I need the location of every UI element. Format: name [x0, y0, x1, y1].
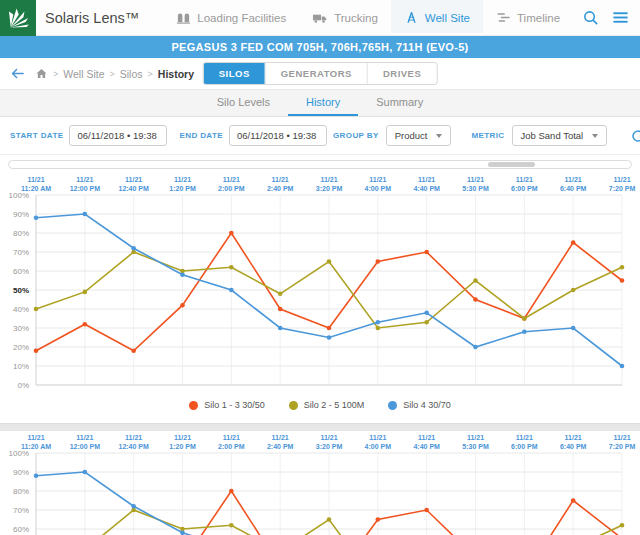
svg-text:80%: 80% [13, 487, 29, 496]
end-date-label: END DATE [179, 131, 223, 140]
start-date-label: START DATE [10, 131, 63, 140]
svg-text:70%: 70% [13, 248, 29, 257]
svg-text:60%: 60% [13, 267, 29, 276]
svg-text:11/21: 11/21 [418, 434, 435, 441]
svg-text:11/21: 11/21 [613, 176, 630, 183]
nav-label: Loading Facilities [197, 12, 286, 24]
app-title: Solaris Lens™ [45, 10, 139, 26]
silos-subtabs: Silo Levels History Summary [0, 90, 640, 117]
start-date-input[interactable] [69, 125, 167, 146]
legend-label: Silo 1 - 3 30/50 [204, 400, 265, 410]
metric-select[interactable]: Job Sand Total [512, 125, 608, 146]
tab-silos[interactable]: SILOS [204, 63, 265, 84]
legend-dot [388, 401, 397, 410]
svg-text:11/21: 11/21 [125, 176, 142, 183]
subtab-history[interactable]: History [288, 90, 358, 116]
svg-text:11/21: 11/21 [223, 434, 240, 441]
svg-text:40%: 40% [13, 305, 29, 314]
svg-text:6:00 PM: 6:00 PM [511, 185, 538, 192]
legend-dot [189, 401, 198, 410]
svg-text:11/21: 11/21 [320, 434, 337, 441]
nav-timeline[interactable]: Timeline [483, 0, 573, 35]
svg-text:12:40 PM: 12:40 PM [118, 443, 149, 450]
svg-text:4:00 PM: 4:00 PM [365, 185, 392, 192]
chevron-down-icon [436, 134, 442, 138]
svg-text:1:20 PM: 1:20 PM [169, 443, 196, 450]
legend-dot [289, 401, 298, 410]
svg-text:11/21: 11/21 [174, 434, 191, 441]
nav-well-site[interactable]: Well Site [391, 0, 483, 35]
silo-history-chart: 11/2111:20 AM11/2112:00 PM11/2112:40 PM1… [0, 173, 640, 391]
chart-scroll-row [0, 155, 640, 173]
trucking-icon [312, 10, 328, 25]
svg-text:30%: 30% [13, 324, 29, 333]
refresh-icon [630, 128, 640, 144]
subtab-summary[interactable]: Summary [358, 90, 441, 116]
breadcrumb-bar: > Well Site > Silos > History SILOS GENE… [0, 58, 640, 90]
well-banner-title: PEGASUS 3 FED COM 705H, 706H,765H, 711H … [171, 41, 468, 53]
svg-text:90%: 90% [13, 210, 29, 219]
hamburger-menu-icon [612, 9, 629, 26]
svg-text:60%: 60% [13, 525, 29, 534]
legend-item[interactable]: Silo 1 - 3 30/50 [189, 400, 265, 410]
metric-value: Job Sand Total [521, 130, 584, 141]
svg-text:11/21: 11/21 [613, 434, 630, 441]
svg-text:50%: 50% [13, 286, 29, 295]
group-by-value: Product [395, 130, 428, 141]
svg-text:20%: 20% [13, 343, 29, 352]
breadcrumb-separator: > [148, 69, 153, 79]
scrollbar-thumb[interactable] [488, 162, 535, 167]
nav-label: Well Site [425, 12, 470, 24]
svg-text:7:20 PM: 7:20 PM [609, 185, 636, 192]
svg-text:11/21: 11/21 [174, 176, 191, 183]
header-actions [576, 4, 640, 32]
breadcrumb-item-silos[interactable]: Silos [120, 68, 143, 80]
well-banner: PEGASUS 3 FED COM 705H, 706H,765H, 711H … [0, 36, 640, 58]
svg-text:11/21: 11/21 [223, 176, 240, 183]
svg-text:80%: 80% [13, 229, 29, 238]
app-logo[interactable] [0, 0, 36, 36]
search-button[interactable] [576, 4, 604, 32]
svg-text:11/21: 11/21 [272, 434, 289, 441]
svg-text:11/21: 11/21 [272, 176, 289, 183]
main-nav: Loading Facilities Trucking Well Site [163, 0, 573, 35]
horizontal-scrollbar[interactable] [8, 160, 632, 169]
section-tabs: SILOS GENERATORS DRIVES [203, 62, 438, 85]
search-icon [582, 9, 599, 26]
filter-bar: START DATE END DATE GROUP BY Product MET… [0, 117, 640, 155]
group-by-select[interactable]: Product [386, 125, 452, 146]
breadcrumb: > Well Site > Silos > History [35, 67, 194, 80]
svg-text:11/21: 11/21 [516, 434, 533, 441]
svg-text:5:30 PM: 5:30 PM [462, 443, 489, 450]
svg-text:1:20 PM: 1:20 PM [169, 185, 196, 192]
home-icon[interactable] [35, 67, 48, 80]
nav-trucking[interactable]: Trucking [299, 0, 391, 35]
chart-legend: Silo 1 - 3 30/50Silo 2 - 5 100MSilo 4 30… [0, 391, 640, 419]
legend-label: Silo 2 - 5 100M [304, 400, 365, 410]
card-divider [0, 423, 640, 431]
back-arrow-icon [10, 66, 25, 81]
tab-drives[interactable]: DRIVES [367, 63, 436, 84]
tab-generators[interactable]: GENERATORS [265, 63, 367, 84]
svg-text:3:20 PM: 3:20 PM [316, 443, 343, 450]
silo-history-chart-card: 11/2111:20 AM11/2112:00 PM11/2112:40 PM1… [0, 173, 640, 423]
svg-text:2:00 PM: 2:00 PM [218, 185, 245, 192]
metric-label: METRIC [471, 131, 504, 140]
svg-text:100%: 100% [9, 449, 29, 458]
top-bar: Solaris Lens™ Loading Facilities Truckin… [0, 0, 640, 36]
refresh-button[interactable] [627, 125, 640, 147]
svg-text:6:40 PM: 6:40 PM [560, 443, 587, 450]
svg-text:12:00 PM: 12:00 PM [70, 443, 101, 450]
svg-text:4:40 PM: 4:40 PM [413, 443, 440, 450]
legend-item[interactable]: Silo 2 - 5 100M [289, 400, 365, 410]
legend-item[interactable]: Silo 4 30/70 [388, 400, 451, 410]
menu-button[interactable] [606, 4, 634, 32]
legend-label: Silo 4 30/70 [403, 400, 451, 410]
subtab-silo-levels[interactable]: Silo Levels [199, 90, 288, 116]
svg-text:4:40 PM: 4:40 PM [413, 185, 440, 192]
nav-label: Timeline [517, 12, 560, 24]
back-button[interactable] [10, 66, 25, 81]
breadcrumb-item-well-site[interactable]: Well Site [63, 68, 104, 80]
end-date-input[interactable] [229, 125, 327, 146]
nav-loading-facilities[interactable]: Loading Facilities [163, 0, 299, 35]
